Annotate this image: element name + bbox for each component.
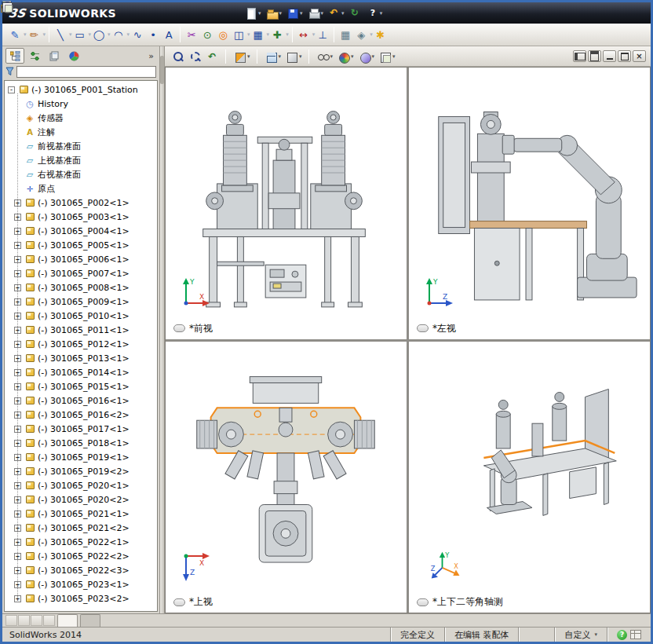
tree-component-item[interactable]: + (-) 301065_P019<2> <box>7 464 157 478</box>
tree-item-sensors[interactable]: 传感器 <box>7 111 157 125</box>
chevron-down-icon[interactable]: ▾ <box>330 53 334 60</box>
toolbar-icon[interactable]: ◎ <box>215 27 231 43</box>
split-view-horizontal-button[interactable] <box>588 50 601 62</box>
view-toolbar-icon[interactable] <box>170 49 184 64</box>
viewport-isometric[interactable]: Y X Z *上下二等角轴测 <box>409 342 650 613</box>
tree-component-item[interactable]: + (-) 301065_P022<2> <box>7 549 157 563</box>
toolbar-icon[interactable]: ✂ <box>184 27 199 43</box>
toolbar-icon[interactable]: ╲ <box>53 27 68 43</box>
chevron-down-icon[interactable]: ▾ <box>299 53 302 60</box>
panel-splitter[interactable] <box>159 46 165 613</box>
toolbar-icon[interactable]: ✚ <box>269 27 285 43</box>
toolbar-icon[interactable]: ◈ <box>353 27 369 43</box>
toolbar-icon[interactable]: ◫ <box>231 27 246 43</box>
tree-component-item[interactable]: + (-) 301065_P007<1> <box>7 266 157 280</box>
quick-access-icon[interactable] <box>245 7 257 20</box>
expand-icon[interactable]: + <box>14 228 21 235</box>
toolbar-icon[interactable]: ▦ <box>337 27 353 43</box>
quick-access-icon[interactable] <box>286 7 299 20</box>
expand-icon[interactable]: + <box>14 242 21 249</box>
expand-icon[interactable]: + <box>14 383 21 390</box>
chevron-down-icon[interactable]: ▾ <box>300 10 303 16</box>
view-toolbar-icon[interactable] <box>232 49 246 64</box>
first-tab-button[interactable] <box>5 615 17 626</box>
tree-item-origin[interactable]: 原点 <box>7 181 157 196</box>
tree-item-top-plane[interactable]: 上视基准面 <box>7 153 157 167</box>
next-tab-button[interactable] <box>31 615 42 626</box>
split-view-vertical-button[interactable] <box>573 50 586 62</box>
viewport-top[interactable]: X Z *上视 <box>166 342 407 613</box>
tree-component-item[interactable]: + (-) 301065_P018<1> <box>7 436 157 450</box>
chevron-down-icon[interactable]: ▾ <box>380 10 383 16</box>
tree-item-annotations[interactable]: 注解 <box>7 125 157 139</box>
tree-component-item[interactable]: + (-) 301065_P023<1> <box>7 577 157 591</box>
expand-icon[interactable]: + <box>14 426 21 433</box>
toolbar-icon[interactable]: ✎ <box>7 27 23 43</box>
collapse-icon[interactable]: - <box>8 86 15 93</box>
tree-component-item[interactable]: + (-) 301065_P004<1> <box>7 224 157 238</box>
featuremanager-tab[interactable] <box>5 48 24 64</box>
minimize-button[interactable] <box>603 50 616 62</box>
toolbar-icon[interactable]: A <box>161 27 177 43</box>
chevron-down-icon[interactable]: ▾ <box>392 53 396 60</box>
tab-motion-study[interactable] <box>80 614 100 627</box>
quick-access-icon[interactable] <box>266 7 279 20</box>
tree-root-item[interactable]: - (-) 301065_P001_Station <box>7 82 157 97</box>
menu-file[interactable] <box>129 10 141 16</box>
chevron-down-icon[interactable]: ▾ <box>341 10 345 16</box>
chevron-down-icon[interactable]: ▾ <box>321 10 324 16</box>
expand-icon[interactable]: + <box>14 327 21 334</box>
expand-icon[interactable]: + <box>14 284 21 291</box>
view-toolbar-icon[interactable] <box>205 49 219 64</box>
tree-component-item[interactable]: + (-) 301065_P022<1> <box>7 535 157 549</box>
view-toolbar-icon[interactable] <box>188 49 202 64</box>
close-icon[interactable]: × <box>633 50 646 62</box>
tree-item-history[interactable]: History <box>7 97 157 111</box>
menu-tools[interactable] <box>179 10 192 16</box>
expand-icon[interactable]: + <box>14 440 21 447</box>
tree-component-item[interactable]: + (-) 301065_P002<1> <box>7 196 157 210</box>
viewport-left[interactable]: Y Z *左视 <box>409 68 650 339</box>
quick-access-icon[interactable] <box>349 7 362 20</box>
tree-component-item[interactable]: + (-) 301065_P022<3> <box>7 563 157 577</box>
view-toolbar-icon[interactable] <box>357 49 371 64</box>
toolbar-icon[interactable]: ✱ <box>373 27 389 43</box>
tree-component-item[interactable]: + (-) 301065_P019<1> <box>7 450 157 464</box>
expand-icon[interactable]: + <box>14 256 21 263</box>
quick-access-icon[interactable] <box>328 7 341 20</box>
chevron-down-icon[interactable]: ▾ <box>279 53 282 60</box>
view-toolbar-icon[interactable] <box>316 49 330 64</box>
view-toolbar-icon[interactable] <box>284 49 298 64</box>
toolbar-icon[interactable]: ▭ <box>72 27 88 43</box>
tree-item-front-plane[interactable]: 前视基准面 <box>7 139 157 153</box>
tree-component-item[interactable]: + (-) 301065_P012<1> <box>7 337 157 351</box>
tree-component-item[interactable]: + (-) 301065_P021<1> <box>7 507 157 521</box>
toolbar-icon[interactable]: ◯ <box>91 27 107 43</box>
tree-component-item[interactable]: + (-) 301065_P015<1> <box>7 379 157 393</box>
expand-icon[interactable]: + <box>14 567 21 574</box>
status-custom-dropdown[interactable]: 自定义 ▾ <box>554 628 607 642</box>
menu-help[interactable] <box>204 10 217 16</box>
expand-icon[interactable]: + <box>14 581 21 588</box>
expand-icon[interactable]: + <box>14 496 21 503</box>
panel-overflow-button[interactable]: » <box>146 51 156 61</box>
toolbar-icon[interactable]: ∿ <box>130 27 145 43</box>
chevron-down-icon[interactable]: ▾ <box>247 53 250 60</box>
tree-component-item[interactable]: + (-) 301065_P013<1> <box>7 351 157 365</box>
help-icon[interactable]: ? <box>617 630 627 640</box>
tree-component-item[interactable]: + (-) 301065_P020<1> <box>7 478 157 492</box>
prev-tab-button[interactable] <box>18 615 30 626</box>
expand-icon[interactable]: + <box>14 397 21 404</box>
tree-filter-input[interactable] <box>16 66 156 78</box>
configurationmanager-tab[interactable] <box>45 48 64 64</box>
menu-view[interactable] <box>154 10 166 16</box>
quick-access-icon[interactable] <box>308 7 320 20</box>
view-toolbar-icon[interactable] <box>264 49 278 64</box>
menu-window[interactable] <box>192 10 204 16</box>
tree-component-item[interactable]: + (-) 301065_P010<1> <box>7 309 157 323</box>
expand-icon[interactable]: + <box>14 525 21 532</box>
chevron-down-icon[interactable]: ▾ <box>279 10 283 16</box>
expand-icon[interactable]: + <box>14 454 21 461</box>
tree-component-item[interactable]: + (-) 301065_P005<1> <box>7 238 157 252</box>
tree-component-item[interactable]: + (-) 301065_P003<1> <box>7 210 157 224</box>
